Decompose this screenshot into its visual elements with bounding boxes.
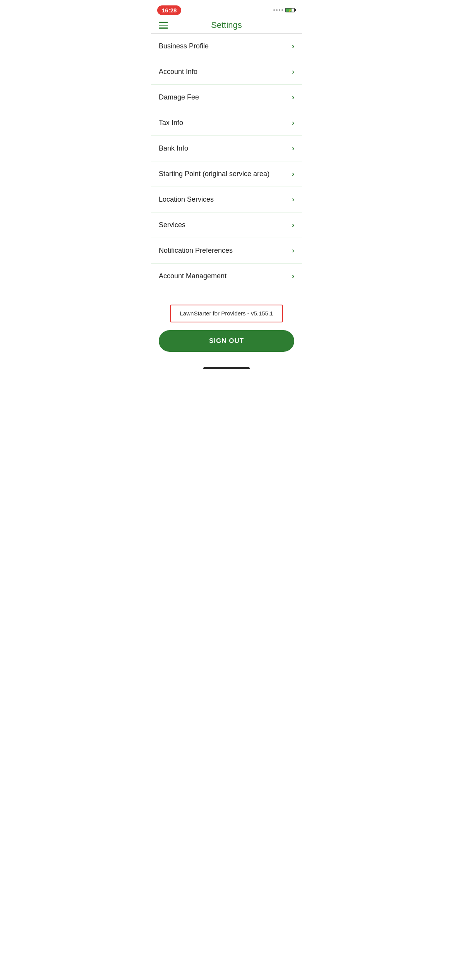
version-box: LawnStarter for Providers - v5.155.1 bbox=[170, 305, 283, 322]
chevron-right-icon: › bbox=[292, 272, 294, 280]
menu-item-label-services: Services bbox=[159, 221, 185, 229]
menu-item-services[interactable]: Services › bbox=[151, 212, 302, 238]
battery-icon: ⚡ bbox=[285, 8, 296, 12]
menu-item-label-damage-fee: Damage Fee bbox=[159, 93, 199, 101]
chevron-right-icon: › bbox=[292, 170, 294, 178]
chevron-right-icon: › bbox=[292, 144, 294, 152]
menu-item-label-tax-info: Tax Info bbox=[159, 119, 183, 127]
menu-item-notification-preferences[interactable]: Notification Preferences › bbox=[151, 238, 302, 264]
home-indicator bbox=[203, 367, 250, 369]
menu-item-bank-info[interactable]: Bank Info › bbox=[151, 136, 302, 161]
menu-item-damage-fee[interactable]: Damage Fee › bbox=[151, 85, 302, 110]
menu-item-tax-info[interactable]: Tax Info › bbox=[151, 110, 302, 136]
status-bar: 16:28 ⚡ bbox=[151, 0, 302, 19]
menu-item-label-account-info: Account Info bbox=[159, 68, 197, 76]
time-display: 16:28 bbox=[157, 5, 181, 15]
page-title: Settings bbox=[211, 20, 242, 30]
chevron-right-icon: › bbox=[292, 195, 294, 204]
version-text: LawnStarter for Providers - v5.155.1 bbox=[180, 310, 273, 317]
settings-menu: Business Profile › Account Info › Damage… bbox=[151, 34, 302, 289]
bottom-section: LawnStarter for Providers - v5.155.1 SIG… bbox=[151, 289, 302, 363]
chevron-right-icon: › bbox=[292, 247, 294, 255]
menu-item-starting-point[interactable]: Starting Point (original service area) › bbox=[151, 161, 302, 187]
chevron-right-icon: › bbox=[292, 221, 294, 229]
menu-item-label-notification-preferences: Notification Preferences bbox=[159, 247, 233, 255]
chevron-right-icon: › bbox=[292, 42, 294, 50]
chevron-right-icon: › bbox=[292, 68, 294, 76]
menu-item-location-services[interactable]: Location Services › bbox=[151, 187, 302, 212]
menu-item-business-profile[interactable]: Business Profile › bbox=[151, 34, 302, 59]
menu-item-account-info[interactable]: Account Info › bbox=[151, 59, 302, 85]
sign-out-button[interactable]: SIGN OUT bbox=[159, 330, 294, 352]
menu-item-label-business-profile: Business Profile bbox=[159, 42, 209, 50]
chevron-right-icon: › bbox=[292, 93, 294, 101]
menu-item-label-bank-info: Bank Info bbox=[159, 144, 188, 152]
menu-item-label-starting-point: Starting Point (original service area) bbox=[159, 170, 269, 178]
chevron-right-icon: › bbox=[292, 119, 294, 127]
menu-button[interactable] bbox=[159, 22, 168, 29]
status-icons: ⚡ bbox=[273, 8, 296, 12]
signal-icon bbox=[273, 9, 283, 11]
menu-item-label-location-services: Location Services bbox=[159, 195, 214, 204]
menu-item-label-account-management: Account Management bbox=[159, 272, 226, 280]
header: Settings bbox=[151, 19, 302, 33]
menu-item-account-management[interactable]: Account Management › bbox=[151, 264, 302, 289]
